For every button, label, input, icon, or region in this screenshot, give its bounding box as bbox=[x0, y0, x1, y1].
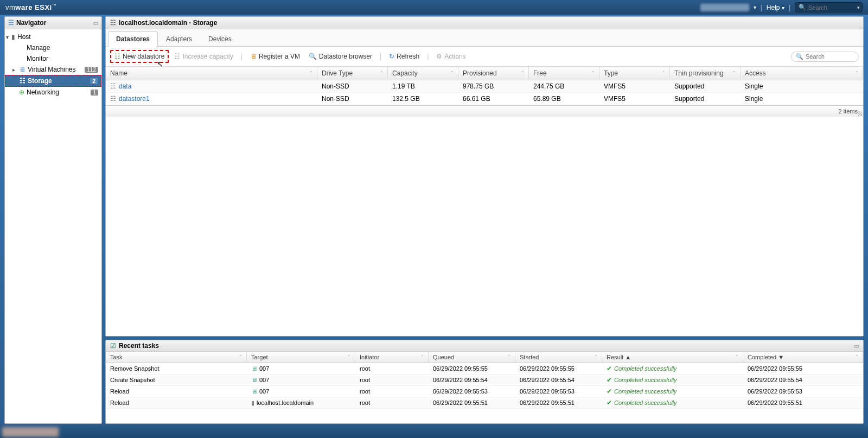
nav-manage[interactable]: Manage bbox=[5, 42, 101, 53]
datastore-grid: Name˅ Drive Type˅ Capacity˅ Provisioned˅… bbox=[106, 67, 863, 336]
task-target[interactable]: 🖥007 bbox=[247, 363, 355, 374]
task-row[interactable]: Reload🖥007root06/29/2022 09:55:5306/29/2… bbox=[106, 386, 863, 397]
help-menu[interactable]: Help ▾ bbox=[767, 4, 784, 11]
tab-datastores[interactable]: Datastores bbox=[108, 31, 158, 47]
new-datastore-button[interactable]: ☷ New datastore ↖ bbox=[110, 50, 169, 63]
search-dropdown-caret[interactable]: ▾ bbox=[857, 5, 860, 10]
task-initiator: root bbox=[355, 363, 429, 374]
task-row[interactable]: Remove Snapshot🖥007root06/29/2022 09:55:… bbox=[106, 363, 863, 374]
vm-icon: 🖥 bbox=[19, 66, 25, 73]
storage-icon: ☷ bbox=[20, 77, 25, 85]
networking-icon: ⊕ bbox=[19, 88, 24, 96]
gear-icon: ⚙ bbox=[436, 53, 442, 60]
datastore-icon: ☷ bbox=[110, 95, 116, 103]
capacity: 1.19 TB bbox=[388, 80, 458, 92]
table-row[interactable]: ☷datastore1Non-SSD132.5 GB66.61 GB65.89 … bbox=[106, 93, 863, 105]
col-drive-type[interactable]: Drive Type˅ bbox=[317, 67, 388, 80]
nav-storage[interactable]: ☷ Storage 2 bbox=[5, 75, 101, 87]
browser-icon: 🔍 bbox=[309, 53, 317, 60]
tcol-result[interactable]: Result ▲˅ bbox=[602, 352, 743, 363]
col-access[interactable]: Access˅ bbox=[741, 67, 863, 80]
tab-devices[interactable]: Devices bbox=[200, 31, 240, 46]
increase-capacity-button: ☷ Increase capacity bbox=[171, 51, 236, 62]
drive-type: Non-SSD bbox=[317, 80, 388, 92]
navigator-collapse-icon[interactable]: ▭ bbox=[93, 20, 98, 26]
storage-panel: ☷ localhost.localdomain - Storage Datast… bbox=[105, 16, 864, 337]
expand-icon[interactable]: ▾ bbox=[6, 34, 9, 40]
col-type[interactable]: Type˅ bbox=[599, 67, 670, 80]
provisioned: 66.61 GB bbox=[458, 93, 529, 105]
col-provisioned[interactable]: Provisioned˅ bbox=[458, 67, 529, 80]
task-name: Reload bbox=[106, 397, 247, 408]
access: Single bbox=[741, 80, 863, 92]
grid-footer: 2 items bbox=[106, 105, 863, 117]
nav-monitor[interactable]: Monitor bbox=[5, 53, 101, 64]
tcol-queued[interactable]: Queued˅ bbox=[429, 352, 515, 363]
datastore-icon: ☷ bbox=[110, 82, 116, 90]
task-started: 06/29/2022 09:55:54 bbox=[515, 374, 602, 385]
task-result: ✔Completed successfully bbox=[602, 363, 743, 374]
task-row[interactable]: Create Snapshot🖥007root06/29/2022 09:55:… bbox=[106, 374, 863, 386]
grid-search[interactable]: 🔍 bbox=[791, 52, 859, 62]
thin: Supported bbox=[670, 80, 741, 92]
global-search[interactable]: 🔍 ▾ bbox=[795, 2, 863, 12]
global-search-input[interactable] bbox=[808, 4, 857, 11]
navigator-title: ☰ Navigator ▭ bbox=[5, 17, 101, 29]
access: Single bbox=[741, 93, 863, 105]
user-area: ▾ | Help ▾ | 🔍 ▾ bbox=[700, 2, 863, 12]
tasks-header: Task˅ Target˅ Initiator˅ Queued˅ Started… bbox=[106, 352, 863, 363]
task-result: ✔Completed successfully bbox=[602, 397, 743, 408]
grid-search-input[interactable] bbox=[806, 53, 857, 60]
datastore-name[interactable]: ☷datastore1 bbox=[106, 93, 317, 105]
task-completed: 06/29/2022 09:55:54 bbox=[743, 374, 863, 385]
task-queued: 06/29/2022 09:55:53 bbox=[429, 386, 515, 397]
task-queued: 06/29/2022 09:55:55 bbox=[429, 363, 515, 374]
navigator-panel: ☰ Navigator ▭ ▾ ▮ Host Manage Monitor ▸ … bbox=[4, 16, 102, 424]
datastore-toolbar: ☷ New datastore ↖ ☷ Increase capacity | … bbox=[106, 47, 863, 67]
tcol-target[interactable]: Target˅ bbox=[247, 352, 355, 363]
nav-networking[interactable]: ⊕ Networking 1 bbox=[5, 87, 101, 98]
search-icon: 🔍 bbox=[799, 4, 806, 11]
table-row[interactable]: ☷dataNon-SSD1.19 TB978.75 GB244.75 GBVMF… bbox=[106, 80, 863, 93]
nav-host[interactable]: ▾ ▮ Host bbox=[5, 31, 101, 42]
datastore-browser-button[interactable]: 🔍 Datastore browser bbox=[305, 51, 375, 62]
task-target[interactable]: 🖥007 bbox=[247, 386, 355, 397]
task-initiator: root bbox=[355, 386, 429, 397]
expand-icon[interactable]: ▸ bbox=[12, 67, 15, 73]
type: VMFS5 bbox=[599, 80, 670, 92]
tab-adapters[interactable]: Adapters bbox=[158, 31, 200, 46]
col-free[interactable]: Free˅ bbox=[529, 67, 599, 80]
search-icon: 🔍 bbox=[796, 53, 803, 60]
tcol-started[interactable]: Started˅ bbox=[515, 352, 602, 363]
task-initiator: root bbox=[355, 374, 429, 385]
task-target[interactable]: 🖥007 bbox=[247, 374, 355, 385]
datastore-name[interactable]: ☷data bbox=[106, 80, 317, 92]
col-thin[interactable]: Thin provisioning˅ bbox=[670, 67, 741, 80]
col-name[interactable]: Name˅ bbox=[106, 67, 317, 80]
networking-count-badge: 1 bbox=[91, 90, 98, 96]
recent-tasks-panel: ☑ Recent tasks ▭ Task˅ Target˅ Initiator… bbox=[105, 340, 864, 424]
task-started: 06/29/2022 09:55:53 bbox=[515, 386, 602, 397]
user-dropdown-caret[interactable]: ▾ bbox=[754, 4, 756, 10]
task-queued: 06/29/2022 09:55:51 bbox=[429, 397, 515, 408]
refresh-button[interactable]: ↻ Refresh bbox=[386, 51, 423, 62]
col-capacity[interactable]: Capacity˅ bbox=[388, 67, 458, 80]
top-bar: vmware ESXi™ ▾ | Help ▾ | 🔍 ▾ bbox=[0, 0, 868, 15]
nav-virtual-machines[interactable]: ▸ 🖥 Virtual Machines 112 bbox=[5, 64, 101, 75]
task-name: Reload bbox=[106, 386, 247, 397]
tasks-collapse-icon[interactable]: ▭ bbox=[854, 343, 859, 349]
task-started: 06/29/2022 09:55:55 bbox=[515, 363, 602, 374]
task-target[interactable]: ▮localhost.localdomain bbox=[247, 397, 355, 408]
vm-icon: 🖥 bbox=[251, 388, 257, 395]
navigator-tree: ▾ ▮ Host Manage Monitor ▸ 🖥 Virtual Mach… bbox=[5, 29, 101, 100]
register-icon: 🖥 bbox=[250, 53, 257, 60]
task-row[interactable]: Reload▮localhost.localdomainroot06/29/20… bbox=[106, 397, 863, 409]
tasks-body: Remove Snapshot🖥007root06/29/2022 09:55:… bbox=[106, 363, 863, 423]
register-vm-button[interactable]: 🖥 Register a VM bbox=[247, 51, 303, 62]
grid-header: Name˅ Drive Type˅ Capacity˅ Provisioned˅… bbox=[106, 67, 863, 80]
tcol-completed[interactable]: Completed ▼˅ bbox=[743, 352, 863, 363]
thin: Supported bbox=[670, 93, 741, 105]
tcol-task[interactable]: Task˅ bbox=[106, 352, 247, 363]
success-icon: ✔ bbox=[607, 376, 612, 384]
tcol-initiator[interactable]: Initiator˅ bbox=[355, 352, 429, 363]
